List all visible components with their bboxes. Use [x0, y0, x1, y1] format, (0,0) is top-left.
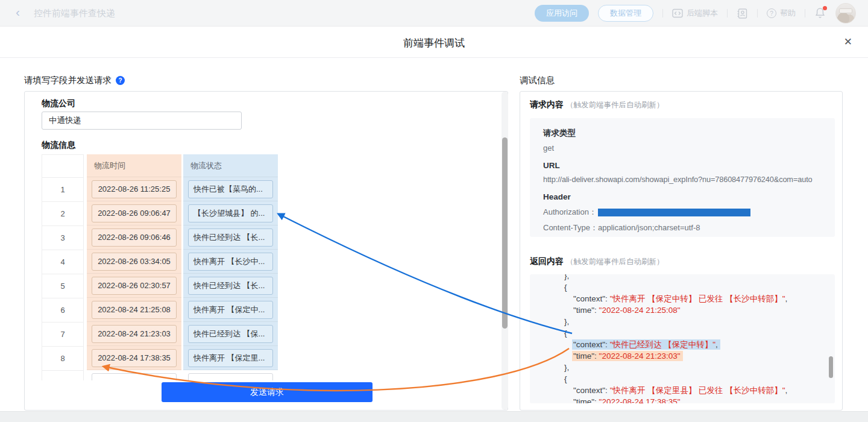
response-content-title: 返回内容 [530, 256, 564, 267]
form-section-title-row: 请填写字段并发送请求 ? [24, 75, 125, 86]
table-row-index: 8 [42, 347, 83, 371]
time-cell-box[interactable]: 2022-08-26 11:25:25 [92, 180, 177, 198]
page-title: 控件前端事件查快递 [34, 8, 115, 19]
status-cell-box[interactable]: 快件离开 【保定中... [188, 301, 273, 319]
url-label: URL [543, 161, 830, 170]
status-column-header: 物流状态 [183, 154, 278, 177]
question-help-icon[interactable]: ? [116, 76, 125, 85]
backend-script-button[interactable]: 后端脚本 [672, 8, 718, 19]
time-cell-box[interactable]: 2022-08-26 09:06:46 [92, 228, 177, 247]
time-cell-box[interactable]: 2022-08-26 03:34:05 [92, 253, 177, 271]
left-scrollbar-thumb[interactable] [502, 137, 508, 329]
status-cell-box[interactable]: 快件已经到达 【长... [188, 228, 273, 247]
notification-dot [823, 6, 827, 10]
auto-refresh-note: （触发前端事件后自动刷新） [566, 257, 664, 267]
json-line: "time": "2022-08-24 21:25:08" [530, 304, 835, 316]
debug-info-card: 请求内容 （触发前端事件后自动刷新） 请求类型 get URL http://a… [520, 91, 843, 411]
left-scrollbar-track[interactable] [502, 92, 508, 410]
url-value: http://ali-deliver.showapi.com/showapi_e… [543, 175, 830, 184]
table-row-time: 2022-08-24 17:38:35 [87, 346, 181, 370]
response-json-box: },{"context": "快件离开 【保定中转】 已发往 【长沙中转部】",… [530, 274, 835, 403]
table-row-index: 4 [42, 250, 83, 274]
dialog-title: 前端事件调试 [0, 36, 868, 50]
json-line: "context": "快件离开 【保定中转】 已发往 【长沙中转部】", [530, 293, 835, 304]
table-row-index: 7 [42, 323, 83, 347]
table-row-index: 1 [42, 178, 83, 202]
contacts-icon[interactable] [737, 8, 748, 19]
request-content-row: 请求内容 （触发前端事件后自动刷新） [530, 99, 664, 110]
help-label: 帮助 [780, 8, 796, 19]
request-detail-box: 请求类型 get URL http://ali-deliver.showapi.… [530, 118, 835, 237]
table-row-status: 快件离开 【保定中... [183, 298, 278, 322]
close-icon[interactable]: ✕ [844, 36, 852, 48]
page-bottom-strip [0, 411, 868, 422]
json-line: "time": "2022-08-24 17:38:35" [530, 396, 835, 403]
divider [805, 9, 805, 17]
table-row-index: 5 [42, 274, 83, 298]
json-code: },{"context": "快件离开 【保定中转】 已发往 【长沙中转部】",… [530, 274, 835, 403]
divider [662, 9, 663, 17]
request-type-value: get [543, 143, 830, 153]
table-row-time: 2022-08-26 09:06:46 [87, 225, 181, 250]
json-line: }, [530, 362, 835, 373]
form-section-title: 请填写字段并发送请求 [24, 75, 112, 86]
header-label: Header [543, 192, 830, 201]
data-manage-button[interactable]: 数据管理 [598, 5, 653, 22]
table-row-time: 2022-08-24 21:23:03 [87, 322, 181, 346]
response-content-row: 返回内容 （触发前端事件后自动刷新） [530, 256, 664, 267]
table-row-status [183, 370, 278, 380]
topbar: ‹ 控件前端事件查快递 应用访问 数据管理 后端脚本 ? 帮助 [0, 0, 868, 27]
time-column-header: 物流时间 [87, 154, 181, 177]
table-row-status: 快件已被【菜鸟的... [183, 177, 278, 201]
table-row-time: 2022-08-26 11:25:25 [87, 177, 181, 201]
request-content-title: 请求内容 [530, 99, 564, 110]
status-cell-box[interactable]: 【长沙望城县】 的... [188, 204, 273, 222]
time-cell-box[interactable]: 2022-08-24 21:23:03 [92, 325, 177, 343]
table-status-column: 物流状态 快件已被【菜鸟的...【长沙望城县】 的...快件已经到达 【长...… [183, 154, 278, 380]
request-type-label: 请求类型 [543, 128, 830, 139]
time-cell-box[interactable]: 2022-08-24 17:38:35 [92, 349, 177, 367]
status-cell-box[interactable]: 快件离开 【长沙中... [188, 253, 273, 271]
status-cell-box[interactable]: 快件已被【菜鸟的... [188, 180, 273, 198]
content-type-line: Content-Type：application/json;charset=ut… [543, 222, 830, 233]
user-avatar[interactable] [835, 3, 856, 24]
time-cell-box[interactable] [92, 373, 177, 381]
table-row-status: 快件离开 【保定里... [183, 346, 278, 370]
table-row-status: 快件已经到达 【长... [183, 274, 278, 298]
table-time-column: 物流时间 2022-08-26 11:25:252022-08-26 09:06… [87, 154, 181, 380]
code-scrollbar-thumb[interactable] [829, 356, 833, 378]
time-cell-box[interactable]: 2022-08-26 02:30:57 [92, 277, 177, 295]
help-circle-icon: ? [767, 8, 776, 18]
table-row-status: 快件已经到达 【保... [183, 322, 278, 346]
status-cell-box[interactable]: 快件离开 【保定里... [188, 349, 273, 367]
code-icon [672, 8, 683, 18]
request-form-card: 物流公司 物流信息 12345678 物流时间 2022-08-26 11:25… [24, 91, 508, 411]
table-row-status: 快件离开 【长沙中... [183, 250, 278, 274]
json-line: { [530, 373, 835, 385]
back-chevron-icon[interactable]: ‹ [16, 5, 20, 19]
index-header [42, 155, 83, 178]
status-cell-box[interactable] [188, 373, 273, 381]
table-row-index: 6 [42, 298, 83, 323]
company-input[interactable] [42, 112, 242, 130]
status-cell-box[interactable]: 快件已经到达 【长... [188, 277, 273, 295]
table-row-time: 2022-08-26 03:34:05 [87, 250, 181, 274]
table-row-time: 2022-08-26 09:06:47 [87, 201, 181, 225]
status-cell-box[interactable]: 快件已经到达 【保... [188, 325, 273, 343]
json-line: }, [530, 274, 835, 282]
table-row-status: 快件已经到达 【长... [183, 225, 278, 250]
logistics-info-label: 物流信息 [42, 140, 75, 151]
table-row-time: 2022-08-26 02:30:57 [87, 274, 181, 298]
time-cell-box[interactable]: 2022-08-26 09:06:47 [92, 204, 177, 222]
topbar-actions: 应用访问 数据管理 后端脚本 ? 帮助 [535, 0, 856, 27]
send-request-button[interactable]: 发送请求 [162, 382, 373, 402]
json-line: "context": "快件离开 【保定里县】 已发往 【长沙中转部】", [530, 385, 835, 396]
json-line: { [530, 327, 835, 339]
dialog-header: 前端事件调试 ✕ [0, 27, 868, 58]
notification-bell-icon[interactable] [814, 7, 826, 20]
divider [727, 9, 728, 17]
auto-refresh-note: （触发前端事件后自动刷新） [566, 100, 664, 110]
help-menu-item[interactable]: ? 帮助 [767, 8, 796, 19]
app-access-button[interactable]: 应用访问 [535, 5, 589, 22]
time-cell-box[interactable]: 2022-08-24 21:25:08 [92, 301, 177, 319]
